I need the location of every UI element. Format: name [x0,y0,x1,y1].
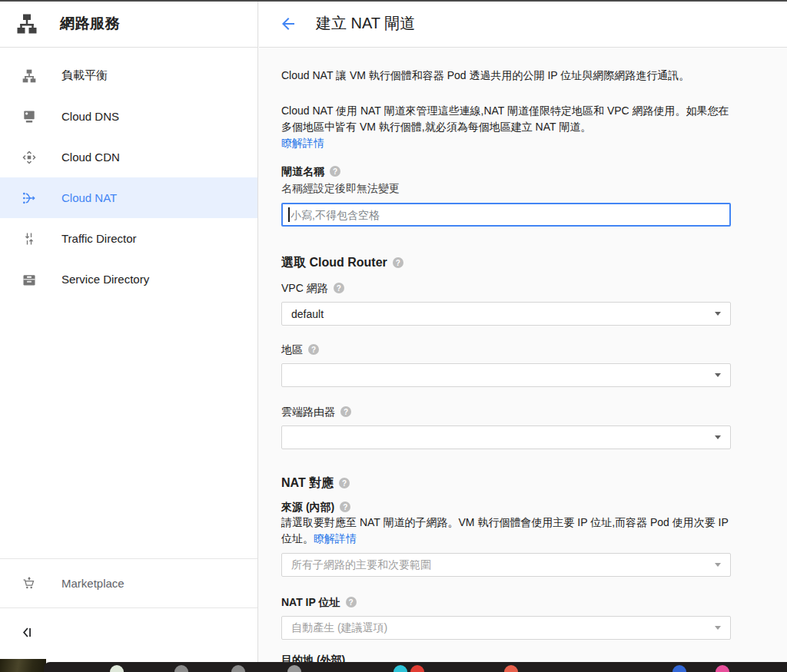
page-header: 建立 NAT 閘道 [259,0,787,48]
learn-more-link[interactable]: 瞭解詳情 [281,135,731,151]
gateway-name-label: 閘道名稱 [281,164,324,179]
help-icon[interactable]: ? [346,597,357,607]
window-top-edge [0,0,787,2]
page-title: 建立 NAT 閘道 [316,13,415,34]
app-window: 網路服務 負載平衡 [0,0,787,672]
help-icon[interactable]: ? [393,257,403,268]
load-balancing-icon [22,68,37,84]
dock-app-icon[interactable] [410,665,424,672]
cloud-dns-icon [22,109,37,124]
region-field: 地區 ? [281,342,787,357]
learn-more-link[interactable]: 瞭解詳情 [314,532,357,545]
sidebar-item-load-balancing[interactable]: 負載平衡 [0,55,257,96]
marketplace-cart-icon [22,576,37,591]
source-subnet-select[interactable]: 所有子網路的主要和次要範圍 [281,553,731,577]
select-cloud-router-section: 選取 Cloud Router ? [281,254,787,271]
cloud-nat-icon [22,190,37,206]
help-icon[interactable]: ? [340,502,350,512]
help-icon[interactable]: ? [334,283,344,293]
desktop-wallpaper [0,659,46,672]
chevron-down-icon [715,626,721,630]
nat-mapping-section: NAT 對應 ? [281,475,787,492]
sidebar-item-label: Cloud NAT [61,191,117,204]
sidebar-header: 網路服務 [0,0,257,48]
router-section-title: 選取 Cloud Router [281,254,387,271]
nat-ip-value: 自動產生 (建議選項) [291,621,715,635]
intro-text: Cloud NAT 使用 NAT 閘道來管理這些連線,NAT 閘道僅限特定地區和… [281,104,729,133]
dock-bar[interactable] [44,662,787,672]
intro-paragraph-1: Cloud NAT 讓 VM 執行個體和容器 Pod 透過共用的公開 IP 位址… [281,68,731,84]
vpc-network-select[interactable]: default [281,302,731,326]
dock-app-icon[interactable] [110,665,124,672]
form-content: Cloud NAT 讓 VM 執行個體和容器 Pod 透過共用的公開 IP 位址… [259,48,787,672]
sidebar-collapse-row [0,608,257,659]
nat-ip-select[interactable]: 自動產生 (建議選項) [281,616,731,640]
region-select[interactable] [281,363,731,387]
service-directory-icon [22,272,37,287]
sidebar-item-label: Traffic Director [61,232,137,245]
vpc-network-label: VPC 網路 [281,280,328,296]
nat-ip-field: NAT IP 位址 ? [281,594,787,610]
sidebar-item-cloud-nat[interactable]: Cloud NAT [0,177,257,218]
cloud-router-label: 雲端路由器 [281,404,335,419]
help-icon[interactable]: ? [330,166,340,177]
macos-dock [0,659,787,672]
sidebar-title: 網路服務 [60,14,120,34]
dock-app-icon[interactable] [394,665,407,672]
collapse-sidebar-icon[interactable] [20,625,35,641]
sidebar-item-label: 負載平衡 [61,68,108,83]
traffic-director-icon [22,231,37,247]
dock-app-icon[interactable] [287,665,301,672]
sidebar-item-service-directory[interactable]: Service Directory [0,259,257,300]
region-label: 地區 [281,342,303,357]
sidebar-nav: 負載平衡 Cloud DNS [0,48,257,300]
help-icon[interactable]: ? [308,344,319,355]
network-services-icon [15,12,40,36]
source-internal-field: 來源 (內部) ? [281,499,787,515]
nat-ip-label: NAT IP 位址 [281,594,340,610]
source-subnet-value: 所有子網路的主要和次要範圍 [291,558,715,572]
dock-app-icon[interactable] [504,665,518,672]
source-internal-label: 來源 (內部) [281,499,334,515]
intro-paragraph-2: Cloud NAT 使用 NAT 閘道來管理這些連線,NAT 閘道僅限特定地區和… [281,103,731,151]
gateway-name-input[interactable] [281,203,731,227]
dock-app-icon[interactable] [231,665,245,672]
dock-app-icon[interactable] [716,665,729,672]
chevron-down-icon [715,563,721,567]
sidebar-item-marketplace[interactable]: Marketplace [0,559,257,607]
chevron-down-icon [715,312,721,316]
help-icon[interactable]: ? [340,406,351,417]
source-description: 請選取要對應至 NAT 閘道的子網路。VM 執行個體會使用主要 IP 位址,而容… [281,515,731,547]
sidebar-item-cloud-cdn[interactable]: Cloud CDN [0,137,257,177]
help-icon[interactable]: ? [339,478,350,488]
text-cursor [288,207,290,222]
back-arrow-icon[interactable] [279,15,297,33]
cloud-router-select[interactable] [281,425,731,449]
chevron-down-icon [715,373,721,377]
sidebar-footer: Marketplace [0,558,257,659]
sidebar-item-label: Service Directory [61,273,149,286]
vpc-network-field: VPC 網路 ? [281,280,787,296]
sidebar-item-label: Cloud DNS [61,110,119,123]
sidebar-item-label: Marketplace [61,577,125,590]
cloud-router-field: 雲端路由器 ? [281,404,787,419]
vpc-network-value: default [291,308,715,320]
gateway-name-field: 閘道名稱 ? 名稱經設定後即無法變更 [281,164,787,227]
cloud-cdn-icon [22,150,37,165]
sidebar-item-traffic-director[interactable]: Traffic Director [0,218,257,259]
dock-app-icon[interactable] [174,665,188,672]
sidebar-item-label: Cloud CDN [61,151,120,164]
nat-mapping-title: NAT 對應 [281,475,334,492]
sidebar-item-cloud-dns[interactable]: Cloud DNS [0,96,257,137]
sidebar: 網路服務 負載平衡 [0,0,258,672]
chevron-down-icon [715,435,721,439]
gateway-name-hint: 名稱經設定後即無法變更 [281,180,787,196]
main-panel: 建立 NAT 閘道 Cloud NAT 讓 VM 執行個體和容器 Pod 透過共… [259,0,787,672]
dock-app-icon[interactable] [672,665,686,672]
